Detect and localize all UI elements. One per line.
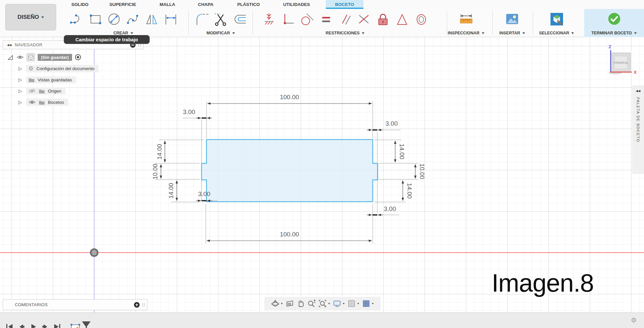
tree-row-document-settings[interactable]: ▷ ⚙ Configuración del documento [19, 63, 98, 73]
display-settings-button[interactable] [333, 299, 345, 308]
timeline-settings-gear-icon[interactable]: ⚙ [631, 316, 637, 324]
tab-utilidades[interactable]: UTILIDADES [283, 0, 310, 9]
seleccionar-dropdown[interactable]: SELECCIONAR [539, 31, 574, 35]
tab-malla[interactable]: MALLA [160, 0, 175, 9]
look-at-icon [285, 299, 294, 308]
tab-chapa[interactable]: CHAPA [198, 0, 213, 9]
pan-hand-icon [296, 299, 305, 308]
expand-arrow-icon[interactable]: ▷ [19, 100, 23, 105]
insertar-dropdown[interactable]: INSERTAR [499, 31, 525, 35]
step-forward-icon[interactable] [41, 323, 50, 328]
spline-tool-icon[interactable] [126, 12, 140, 26]
eye-hidden-icon[interactable] [28, 88, 36, 94]
orbit-button[interactable] [271, 299, 283, 308]
expand-panel-icon[interactable]: ◀◀ [636, 89, 640, 93]
group-crear: CREAR [65, 9, 181, 37]
zoom-button[interactable] [307, 299, 316, 308]
sketch-palette-title: PALETA DE BOCETO [636, 97, 640, 142]
chevron-down-icon [522, 32, 525, 34]
tree-row-sketches[interactable]: ▷ Bocetos [19, 97, 98, 107]
zoom-icon [307, 299, 316, 308]
chevron-down-icon [131, 32, 133, 34]
eye-visible-icon[interactable] [17, 55, 24, 60]
sketch-profile[interactable] [202, 140, 378, 202]
grid-settings-button[interactable] [347, 299, 360, 308]
line-tool-icon[interactable] [69, 12, 84, 26]
horizontal-vertical-constraint-icon[interactable] [281, 12, 295, 26]
restricciones-dropdown[interactable]: RESTRICCIONES [326, 31, 365, 35]
parallel-constraint-icon[interactable] [338, 12, 352, 26]
group-insertar: INSERTAR [496, 9, 529, 37]
tab-boceto[interactable]: BOCETO [326, 0, 363, 9]
comments-bar: COMENTARIOS [3, 299, 147, 310]
group-restricciones: RESTRICCIONES [255, 9, 435, 37]
folder-icon [39, 89, 45, 94]
symmetry-constraint-icon[interactable] [395, 12, 409, 26]
eye-visible-icon[interactable] [28, 100, 36, 105]
fillet-tool-icon[interactable] [195, 12, 209, 26]
fix-ground-constraint-icon[interactable] [262, 12, 276, 26]
activate-radio-icon[interactable] [75, 54, 81, 61]
toolbar-divider [533, 11, 533, 35]
chevron-down-icon [362, 32, 364, 34]
chevron-down-icon [482, 32, 484, 34]
timeline-position-marker[interactable] [82, 321, 91, 328]
sketch-dimension-icon[interactable] [163, 12, 178, 26]
offset-tool-icon[interactable] [232, 12, 247, 26]
play-icon[interactable] [29, 323, 38, 328]
step-back-icon[interactable] [17, 323, 26, 328]
tab-solido[interactable]: SOLIDO [71, 0, 89, 9]
expand-arrow-icon[interactable]: ▷ [19, 77, 23, 82]
tangent-constraint-icon[interactable] [300, 12, 314, 26]
tree-item-label: Origen [48, 89, 61, 94]
circle-tool-icon[interactable] [107, 12, 121, 26]
comments-title: COMENTARIOS [15, 302, 134, 307]
folder-icon [39, 100, 45, 105]
timeline-sketch-feature[interactable] [70, 321, 93, 328]
measure-icon[interactable] [459, 12, 474, 26]
add-comment-icon[interactable] [134, 302, 140, 308]
tab-row: SOLIDO SUPERFICIE MALLA CHAPA PLÁSTICO U… [0, 0, 644, 9]
viewcube-face-label[interactable]: FRONTAL [614, 61, 628, 64]
mirror-tool-icon[interactable] [144, 12, 159, 26]
tab-plastico[interactable]: PLÁSTICO [237, 0, 260, 9]
rectangle-tool-icon[interactable] [88, 12, 102, 26]
sketch-palette-strip[interactable]: ◀◀ PALETA DE BOCETO [632, 85, 644, 174]
viewcube-z-label: Z [609, 44, 611, 49]
skip-to-start-icon[interactable] [5, 323, 14, 328]
workspace-selector-button[interactable]: DISEÑO [5, 4, 56, 30]
viewports-button[interactable] [362, 299, 374, 308]
panel-drag-handle[interactable] [142, 303, 144, 307]
tree-row-origin[interactable]: ▷ Origen [19, 86, 98, 96]
expand-arrow-icon[interactable]: ▷ [19, 66, 23, 71]
tab-superficie[interactable]: SUPERFICIE [109, 0, 136, 9]
pan-button[interactable] [296, 299, 305, 308]
concentric-constraint-icon[interactable] [414, 12, 429, 26]
view-cube[interactable]: Z FRONTAL X [605, 41, 642, 78]
select-icon[interactable] [549, 12, 564, 26]
modificar-dropdown[interactable]: MODIFICAR [207, 31, 235, 35]
look-at-button[interactable] [285, 299, 294, 308]
chevron-down-icon [343, 303, 345, 304]
fit-button[interactable] [318, 299, 330, 308]
perpendicular-constraint-icon[interactable] [357, 12, 371, 26]
lock-constraint-icon[interactable] [376, 12, 390, 26]
tooltip-text: Cambiar espacio de trabajo [75, 37, 138, 42]
group-seleccionar: SELECCIONAR [536, 9, 577, 37]
component-corner-icon [7, 54, 13, 60]
tree-row-saved-views[interactable]: ▷ Vistas guardadas [19, 75, 98, 85]
fit-icon [318, 299, 327, 308]
document-name[interactable]: (Sin guardar) [38, 54, 72, 61]
equal-constraint-icon[interactable] [319, 12, 333, 26]
skip-to-end-icon[interactable] [53, 323, 61, 328]
crear-dropdown[interactable]: CREAR [113, 31, 133, 35]
collapse-panel-icon[interactable]: ◀◀ [7, 43, 12, 47]
inspeccionar-dropdown[interactable]: INSPECCIONAR [448, 31, 484, 35]
tree-row-document[interactable]: (Sin guardar) [7, 52, 98, 62]
insert-image-icon[interactable] [505, 12, 520, 26]
trim-tool-icon[interactable] [213, 12, 228, 26]
finish-sketch-icon[interactable] [607, 12, 621, 26]
origin-point[interactable] [90, 248, 98, 257]
expand-arrow-icon[interactable]: ▷ [19, 88, 23, 94]
terminar-boceto-dropdown[interactable]: TERMINAR BOCETO [591, 31, 637, 35]
